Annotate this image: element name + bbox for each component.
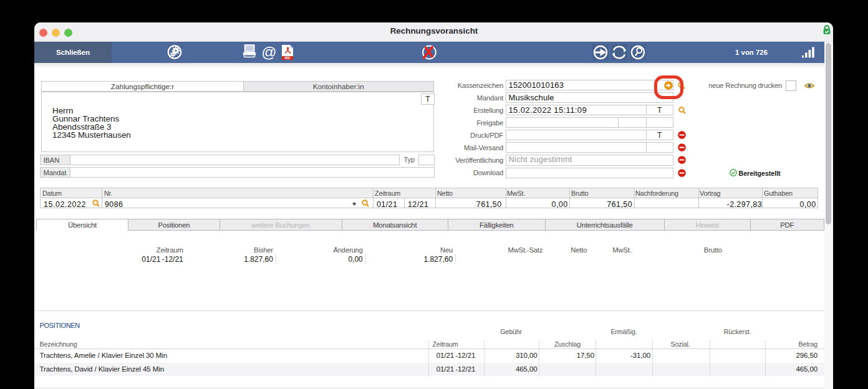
svg-text:PDF: PDF [284, 57, 290, 60]
